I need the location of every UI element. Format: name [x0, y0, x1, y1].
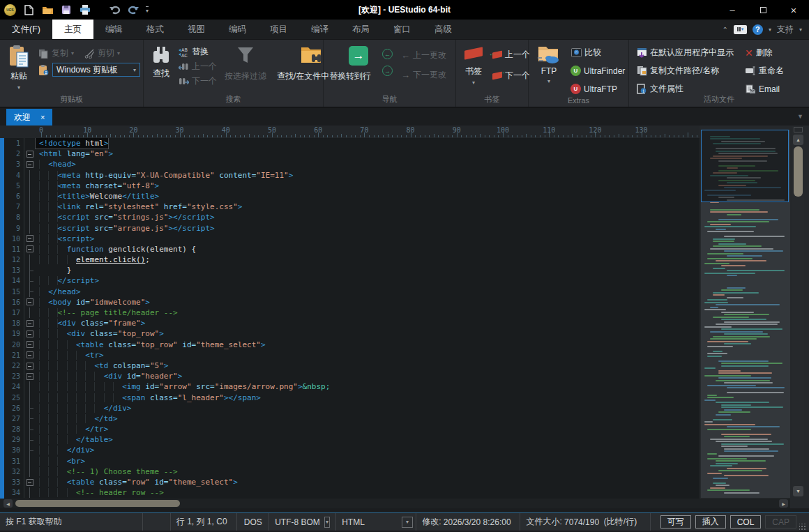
code-line-25[interactable]: 25 <span class="l_header"></span> [4, 393, 700, 403]
filter-by-selection-button[interactable]: 按选择过滤 [222, 43, 269, 84]
code-line-24[interactable]: 24 <img id="arrow" src="images/arrow.png… [4, 381, 700, 392]
code-line-34[interactable]: 34 <!-- header row --> [4, 487, 700, 498]
tab-welcome[interactable]: 欢迎 × [6, 109, 52, 126]
code-line-10[interactable]: 10 <script> [4, 234, 700, 244]
nav-forward-icon[interactable]: → [382, 66, 393, 76]
code-line-14[interactable]: 14 </script> [4, 275, 700, 286]
menu-tab-10[interactable]: 高级 [423, 20, 464, 39]
code-line-20[interactable]: 20 <table class="top_row" id="theme_sele… [4, 340, 700, 350]
collapse-ribbon-icon[interactable]: ⌃ [723, 26, 728, 33]
bookmark-button[interactable]: 书签 ▾ [462, 43, 485, 87]
tab-close-icon[interactable]: × [40, 113, 45, 121]
copy-file-path-button[interactable]: 复制文件路径/名称 [636, 63, 734, 78]
writable-toggle[interactable]: 可写 [660, 515, 691, 529]
tab-list-dropdown-icon[interactable]: ▼ [797, 113, 803, 120]
scroll-right-button[interactable]: ▶ [779, 499, 788, 508]
resize-grip[interactable] [799, 524, 806, 531]
rename-file-button[interactable]: 重命名 [745, 63, 784, 78]
nav-back-icon[interactable]: ← [382, 49, 393, 59]
code-line-18[interactable]: 18 <div class="frame"> [4, 318, 700, 328]
replace-button[interactable]: ABAC 替换 [178, 45, 217, 59]
code-line-32[interactable]: 32 <!-- 1) Choose theme --> [4, 466, 700, 477]
status-line-ending[interactable]: DOS [237, 513, 269, 531]
redo-button[interactable] [127, 3, 139, 16]
code-line-17[interactable]: 17 <!-- page title/header --> [4, 307, 700, 318]
horizontal-scroll-thumb[interactable] [15, 500, 180, 507]
menu-tab-0[interactable]: 文件(F) [0, 20, 52, 39]
scroll-down-button[interactable]: ▼ [793, 486, 803, 496]
copy-button[interactable]: 复制▾ [38, 46, 74, 61]
bookmark-previous-button[interactable]: ← 上一个 [492, 47, 530, 62]
previous-change-button[interactable]: ← 上一更改 [401, 48, 446, 63]
support-menu[interactable]: 支持 [777, 24, 794, 36]
code-line-8[interactable]: 8 <script src="strings.js"></script> [4, 212, 700, 222]
maximize-button[interactable] [748, 0, 778, 20]
fold-marker[interactable] [24, 328, 36, 339]
minimap[interactable] [701, 130, 790, 498]
qat-customize-dropdown[interactable]: ▾ [146, 6, 149, 14]
compare-button[interactable]: 比较 [570, 45, 625, 60]
print-button[interactable] [79, 3, 91, 16]
fold-marker[interactable] [24, 244, 36, 254]
code-line-29[interactable]: 29 </table> [4, 434, 700, 445]
syntax-dropdown[interactable]: ▾ [399, 513, 416, 531]
code-line-12[interactable]: 12 element.click(); [4, 254, 700, 265]
vertical-scrollbar[interactable]: ▲ ▼ [792, 126, 804, 496]
paste-button[interactable]: 粘贴 ▾ [6, 43, 32, 92]
code-line-30[interactable]: 30 </div> [4, 445, 700, 455]
code-line-5[interactable]: 5 <meta charset="utf-8"> [4, 181, 700, 191]
status-caret-position[interactable]: 行 1, 列 1, C0 [171, 513, 238, 531]
ultrafinder-button[interactable]: U UltraFinder [570, 63, 625, 78]
scroll-left-button[interactable]: ◀ [3, 499, 13, 508]
fold-marker[interactable] [24, 340, 36, 350]
menu-tab-7[interactable]: 编译 [299, 20, 340, 39]
show-in-default-app-button[interactable]: 在默认应用程序中显示 [636, 45, 734, 60]
menu-tab-5[interactable]: 编码 [217, 20, 258, 39]
menu-tab-1[interactable]: 主页 [52, 20, 93, 39]
vertical-scroll-thumb[interactable] [794, 146, 803, 197]
code-line-27[interactable]: 27 </td> [4, 413, 700, 424]
encoding-dropdown-icon[interactable]: ▾ [324, 517, 330, 528]
code-line-15[interactable]: 15 </head> [4, 287, 700, 297]
code-line-2[interactable]: 2<html lang="en"> [4, 149, 700, 159]
fold-marker[interactable] [24, 350, 36, 360]
code-line-23[interactable]: 23 <div id="header"> [4, 371, 700, 381]
code-line-9[interactable]: 9 <script src="arrange.js"></script> [4, 223, 700, 234]
insert-mode-toggle[interactable]: 插入 [695, 515, 726, 529]
cut-button[interactable]: 剪切▾ [84, 46, 120, 61]
app-logo-icon[interactable]: UES [4, 4, 16, 16]
find-button[interactable]: 查找 [149, 43, 173, 81]
code-editor[interactable]: 1<!doctype html>2<html lang="en">3 <head… [0, 138, 700, 499]
fold-marker[interactable] [24, 360, 36, 371]
find-next-button[interactable]: 下一个 [178, 74, 217, 89]
undo-button[interactable] [108, 3, 121, 16]
code-line-19[interactable]: 19 <div class="top_row"> [4, 328, 700, 339]
fold-marker[interactable] [24, 318, 36, 328]
next-change-button[interactable]: → 下一更改 [401, 68, 446, 82]
fold-marker[interactable] [24, 159, 36, 169]
menu-tab-9[interactable]: 窗口 [381, 20, 423, 39]
keyboard-mode-icon[interactable]: ▾ [734, 25, 747, 34]
clipboard-selector-combo[interactable]: Windows 剪贴板 ▾ [52, 63, 140, 77]
menu-tab-6[interactable]: 项目 [258, 20, 299, 39]
code-line-3[interactable]: 3 <head> [4, 159, 700, 169]
code-line-6[interactable]: 6 <title>Welcome</title> [4, 191, 700, 202]
menu-tab-8[interactable]: 布局 [340, 20, 381, 39]
open-file-button[interactable] [41, 3, 54, 16]
support-dropdown-icon[interactable]: ▾ [799, 26, 802, 33]
fold-marker[interactable] [24, 149, 36, 159]
menu-tab-4[interactable]: 视图 [176, 20, 217, 39]
fold-marker[interactable] [24, 371, 36, 381]
scroll-up-button[interactable]: ▲ [793, 135, 803, 145]
close-button[interactable]: × [778, 0, 809, 20]
fold-marker[interactable] [24, 297, 36, 307]
ftp-button[interactable]: FTP ▾ [534, 43, 564, 86]
code-line-33[interactable]: 33 <table class="row" id="theme_select"> [4, 477, 700, 487]
column-mode-toggle[interactable]: COL [730, 515, 762, 529]
code-line-7[interactable]: 7 <link rel="stylesheet" href="style.css… [4, 202, 700, 212]
status-syntax[interactable]: HTML [336, 513, 399, 531]
code-line-1[interactable]: 1<!doctype html> [4, 138, 700, 149]
status-encoding[interactable]: UTF-8 BOM ▾ [269, 513, 336, 531]
code-line-31[interactable]: 31 <br> [4, 456, 700, 466]
find-previous-button[interactable]: 上一个 [178, 59, 217, 74]
